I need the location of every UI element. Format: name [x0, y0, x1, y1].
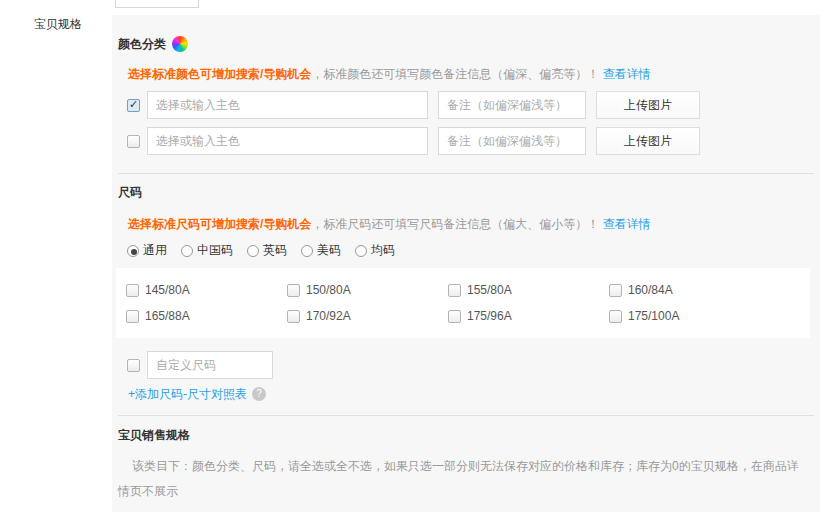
specs-panel: 颜色分类 选择标准颜色可增加搜索/导购机会，标准颜色还可填写颜色备注信息（偏深、… — [112, 15, 820, 512]
color-tip-rest: ，标准颜色还可填写颜色备注信息（偏深、偏亮等）！ — [311, 67, 602, 81]
help-icon[interactable]: ? — [252, 387, 266, 401]
checkbox-icon[interactable] — [448, 310, 461, 323]
custom-size-input[interactable] — [147, 351, 273, 379]
checkbox-icon[interactable] — [448, 284, 461, 297]
color-note-input[interactable] — [438, 127, 586, 155]
color-tip: 选择标准颜色可增加搜索/导购机会，标准颜色还可填写颜色备注信息（偏深、偏亮等）！… — [128, 66, 820, 83]
radio-standard-common[interactable]: 通用 — [127, 242, 167, 259]
radio-standard-uk[interactable]: 英码 — [247, 242, 287, 259]
radio-standard-us[interactable]: 美码 — [301, 242, 341, 259]
checkbox-icon[interactable] — [287, 310, 300, 323]
size-tip-rest: ，标准尺码还可填写尺码备注信息（偏大、偏小等）！ — [311, 217, 602, 231]
field-label-specs: 宝贝规格 — [34, 16, 82, 33]
main-color-input[interactable] — [147, 91, 428, 119]
custom-size-checkbox[interactable] — [127, 359, 140, 372]
size-option[interactable]: 155/80A — [448, 277, 609, 303]
color-row-checkbox[interactable] — [127, 99, 140, 112]
add-size-chart-link[interactable]: +添加尺码-尺寸对照表 — [128, 386, 247, 403]
size-option[interactable]: 150/80A — [287, 277, 448, 303]
size-option[interactable]: 175/96A — [448, 303, 609, 329]
size-detail-link[interactable]: 查看详情 — [603, 217, 651, 231]
radio-icon[interactable] — [181, 245, 193, 257]
size-section-title: 尺码 — [118, 184, 142, 201]
custom-size-row — [127, 351, 820, 379]
main-color-input[interactable] — [147, 127, 428, 155]
upload-image-button[interactable]: 上传图片 — [596, 91, 700, 119]
checkbox-icon[interactable] — [126, 284, 139, 297]
color-wheel-icon — [172, 36, 188, 52]
add-size-line: +添加尺码-尺寸对照表 ? — [128, 386, 820, 402]
color-note-input[interactable] — [438, 91, 586, 119]
radio-icon[interactable] — [247, 245, 259, 257]
size-tip-highlight: 选择标准尺码可增加搜索/导购机会 — [128, 217, 311, 231]
checkbox-icon[interactable] — [609, 284, 622, 297]
color-tip-highlight: 选择标准颜色可增加搜索/导购机会 — [128, 67, 311, 81]
sales-spec-title: 宝贝销售规格 — [118, 427, 820, 444]
size-option[interactable]: 160/84A — [609, 277, 770, 303]
color-section-header: 颜色分类 — [118, 36, 820, 52]
size-section-header: 尺码 — [118, 184, 820, 200]
size-options-box: 145/80A 150/80A 155/80A 160/84A 165/88A … — [116, 268, 810, 338]
radio-standard-china[interactable]: 中国码 — [181, 242, 233, 259]
upload-image-button[interactable]: 上传图片 — [596, 127, 700, 155]
checkbox-icon[interactable] — [609, 310, 622, 323]
radio-icon[interactable] — [127, 245, 139, 257]
size-option[interactable]: 175/100A — [609, 303, 770, 329]
radio-icon[interactable] — [355, 245, 367, 257]
checkbox-icon[interactable] — [126, 310, 139, 323]
section-divider — [118, 415, 814, 416]
color-section-title: 颜色分类 — [118, 36, 166, 53]
color-row: 上传图片 — [127, 127, 820, 155]
size-tip: 选择标准尺码可增加搜索/导购机会，标准尺码还可填写尺码备注信息（偏大、偏小等）！… — [128, 216, 820, 233]
page: 宝贝规格 颜色分类 选择标准颜色可增加搜索/导购机会，标准颜色还可填写颜色备注信… — [0, 0, 838, 512]
size-option[interactable]: 145/80A — [126, 277, 287, 303]
size-option[interactable]: 170/92A — [287, 303, 448, 329]
radio-icon[interactable] — [301, 245, 313, 257]
color-row: 上传图片 — [127, 91, 820, 119]
color-row-checkbox[interactable] — [127, 135, 140, 148]
truncated-input[interactable] — [115, 0, 199, 8]
sales-spec-description: 该类目下：颜色分类、尺码，请全选或全不选，如果只选一部分则无法保存对应的价格和库… — [118, 454, 810, 504]
radio-standard-onesize[interactable]: 均码 — [355, 242, 395, 259]
size-standard-group: 通用 中国码 英码 美码 均码 — [127, 243, 820, 258]
section-divider — [118, 173, 814, 174]
size-option[interactable]: 165/88A — [126, 303, 287, 329]
checkbox-icon[interactable] — [287, 284, 300, 297]
color-detail-link[interactable]: 查看详情 — [603, 67, 651, 81]
